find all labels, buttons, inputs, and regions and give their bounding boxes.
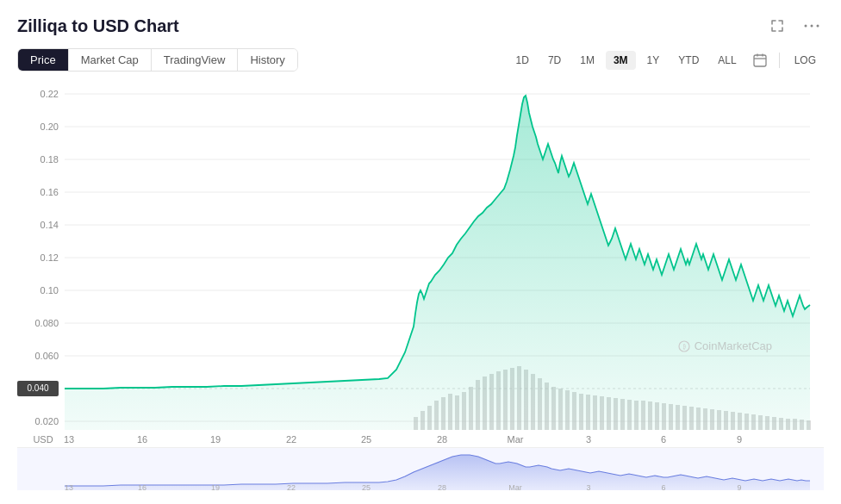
- svg-text:USD: USD: [33, 434, 53, 445]
- timeframe-ytd[interactable]: YTD: [670, 51, 707, 70]
- svg-point-2: [817, 25, 819, 28]
- divider: [779, 53, 780, 68]
- svg-point-0: [805, 25, 807, 28]
- svg-text:0.18: 0.18: [40, 154, 59, 165]
- chart-title: Zilliqa to USD Chart: [17, 16, 179, 36]
- svg-text:Mar: Mar: [508, 434, 524, 445]
- tab-price[interactable]: Price: [18, 49, 69, 71]
- timeframe-3m[interactable]: 3M: [606, 51, 636, 70]
- svg-text:9: 9: [737, 483, 741, 490]
- timeframe-1m[interactable]: 1M: [572, 51, 602, 70]
- svg-text:0.12: 0.12: [40, 252, 59, 263]
- svg-text:19: 19: [210, 434, 221, 445]
- right-controls: 1D 7D 1M 3M 1Y YTD ALL LOG: [508, 50, 824, 71]
- svg-text:0.060: 0.060: [34, 351, 59, 361]
- header-row: Zilliqa to USD Chart: [17, 14, 824, 38]
- tab-history[interactable]: History: [238, 49, 296, 71]
- svg-text:Mar: Mar: [508, 483, 522, 490]
- svg-text:0.040: 0.040: [27, 383, 48, 393]
- tab-market-cap[interactable]: Market Cap: [69, 49, 152, 71]
- svg-text:19: 19: [211, 483, 220, 490]
- svg-text:0.020: 0.020: [34, 416, 59, 426]
- mini-chart-wrapper[interactable]: 13 16 19 22 25 28 Mar 3 6 9: [17, 447, 824, 490]
- svg-text:25: 25: [361, 434, 371, 445]
- svg-text:16: 16: [138, 483, 146, 490]
- header-icons: [765, 14, 824, 38]
- svg-text:9: 9: [737, 434, 742, 445]
- tabs-row: Price Market Cap TradingView History 1D …: [17, 48, 824, 72]
- tab-tradingview[interactable]: TradingView: [152, 49, 239, 71]
- timeframe-1d[interactable]: 1D: [508, 51, 537, 70]
- timeframe-1y[interactable]: 1Y: [639, 51, 668, 70]
- expand-icon[interactable]: [765, 14, 789, 38]
- svg-rect-3: [754, 55, 766, 66]
- timeframe-7d[interactable]: 7D: [540, 51, 569, 70]
- svg-text:13: 13: [65, 483, 73, 490]
- left-tabs: Price Market Cap TradingView History: [17, 48, 298, 72]
- calendar-icon[interactable]: [748, 50, 772, 71]
- svg-text:22: 22: [287, 483, 296, 490]
- svg-text:0.14: 0.14: [40, 220, 59, 230]
- svg-text:0.16: 0.16: [40, 187, 59, 197]
- chart-container: Zilliqa to USD Chart Price Market Cap Tr…: [0, 0, 841, 504]
- svg-text:13: 13: [64, 434, 74, 445]
- svg-text:3: 3: [586, 483, 590, 490]
- more-options-icon[interactable]: [800, 14, 824, 38]
- svg-text:28: 28: [437, 434, 447, 445]
- svg-text:6: 6: [661, 483, 665, 490]
- svg-text:0.20: 0.20: [40, 121, 59, 132]
- svg-text:16: 16: [137, 434, 147, 445]
- svg-point-1: [811, 25, 813, 28]
- timeframe-all[interactable]: ALL: [710, 51, 744, 70]
- svg-text:0.10: 0.10: [40, 285, 59, 296]
- price-chart-svg: 0.22 0.20 0.18 0.16 0.14 0.12 0.10 0.080…: [17, 77, 824, 447]
- main-chart-area: 0.22 0.20 0.18 0.16 0.14 0.12 0.10 0.080…: [17, 77, 824, 447]
- svg-text:25: 25: [362, 483, 371, 490]
- log-button[interactable]: LOG: [787, 51, 824, 70]
- mini-chart-svg: 13 16 19 22 25 28 Mar 3 6 9: [17, 448, 824, 490]
- svg-text:22: 22: [286, 434, 296, 445]
- svg-text:3: 3: [586, 434, 591, 445]
- svg-text:0.080: 0.080: [34, 318, 59, 328]
- svg-text:0.22: 0.22: [40, 89, 59, 99]
- svg-text:28: 28: [438, 483, 446, 490]
- svg-text:6: 6: [661, 434, 666, 445]
